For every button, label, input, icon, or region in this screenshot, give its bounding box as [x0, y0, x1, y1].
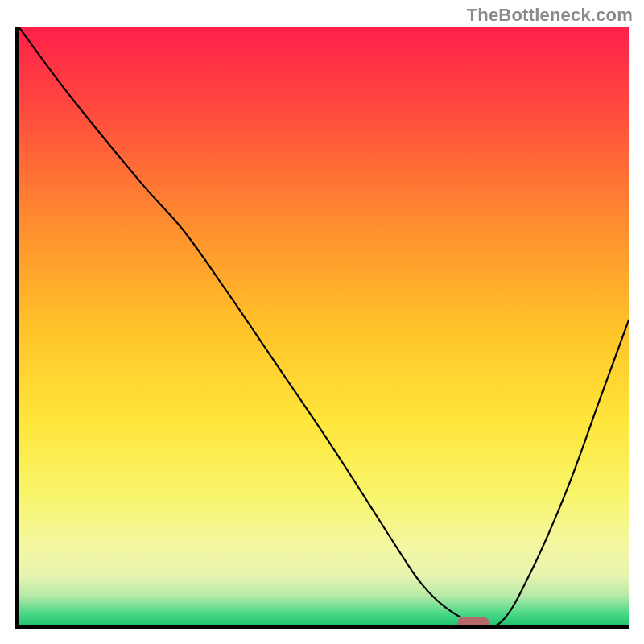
background-gradient: [19, 27, 629, 625]
chart-container: TheBottleneck.com: [0, 0, 644, 644]
watermark-text: TheBottleneck.com: [467, 5, 633, 26]
plot-frame: [15, 27, 629, 629]
plot-svg: [19, 27, 629, 625]
optimum-marker: [458, 617, 489, 625]
